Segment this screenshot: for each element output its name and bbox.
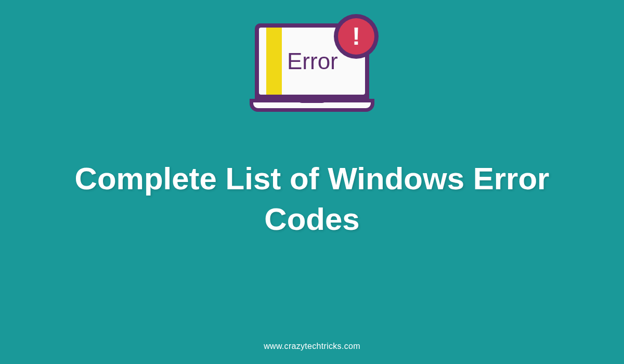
- exclamation-icon: !: [352, 24, 360, 49]
- page-title: Complete List of Windows Error Codes: [0, 159, 624, 240]
- laptop-notch: [298, 99, 327, 103]
- alert-badge-inner: !: [338, 18, 374, 55]
- error-laptop-icon: Error !: [239, 23, 385, 133]
- yellow-stripe-decoration: [266, 28, 282, 95]
- laptop-base: [250, 99, 374, 112]
- error-label: Error: [287, 48, 338, 74]
- laptop-graphic: Error !: [250, 23, 374, 117]
- alert-badge-icon: !: [334, 14, 379, 59]
- footer-url: www.crazytechtricks.com: [264, 342, 360, 351]
